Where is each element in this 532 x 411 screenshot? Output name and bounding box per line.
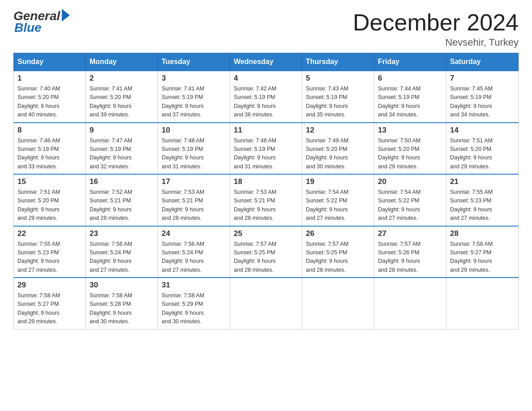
calendar-cell: [446, 278, 519, 329]
day-info: Sunrise: 7:49 AM Sunset: 5:20 PM Dayligh…: [306, 137, 370, 171]
calendar-cell: 12 Sunrise: 7:49 AM Sunset: 5:20 PM Dayl…: [302, 123, 374, 175]
day-number: 8: [17, 126, 82, 135]
day-info: Sunrise: 7:57 AM Sunset: 5:26 PM Dayligh…: [378, 240, 442, 275]
calendar-cell: 18 Sunrise: 7:53 AM Sunset: 5:21 PM Dayl…: [230, 174, 302, 226]
day-info: Sunrise: 7:45 AM Sunset: 5:19 PM Dayligh…: [450, 85, 515, 120]
day-number: 9: [90, 126, 154, 135]
calendar-cell: 24 Sunrise: 7:56 AM Sunset: 5:24 PM Dayl…: [158, 226, 230, 278]
day-info: Sunrise: 7:51 AM Sunset: 5:20 PM Dayligh…: [17, 188, 82, 223]
day-info: Sunrise: 7:48 AM Sunset: 5:19 PM Dayligh…: [234, 137, 298, 171]
calendar-cell: 17 Sunrise: 7:53 AM Sunset: 5:21 PM Dayl…: [158, 174, 230, 226]
day-number: 7: [450, 74, 515, 83]
header-tuesday: Tuesday: [158, 53, 230, 71]
calendar-cell: 25 Sunrise: 7:57 AM Sunset: 5:25 PM Dayl…: [230, 226, 302, 278]
calendar-cell: 20 Sunrise: 7:54 AM Sunset: 5:22 PM Dayl…: [374, 174, 446, 226]
header-wednesday: Wednesday: [230, 53, 302, 71]
calendar-cell: [230, 278, 302, 329]
day-info: Sunrise: 7:47 AM Sunset: 5:19 PM Dayligh…: [90, 137, 154, 171]
day-info: Sunrise: 7:41 AM Sunset: 5:20 PM Dayligh…: [90, 85, 154, 120]
day-number: 24: [162, 229, 226, 238]
week-row-5: 29 Sunrise: 7:58 AM Sunset: 5:27 PM Dayl…: [14, 278, 519, 329]
calendar-cell: 26 Sunrise: 7:57 AM Sunset: 5:25 PM Dayl…: [302, 226, 374, 278]
calendar-cell: [374, 278, 446, 329]
day-info: Sunrise: 7:42 AM Sunset: 5:19 PM Dayligh…: [234, 85, 298, 120]
day-info: Sunrise: 7:58 AM Sunset: 5:27 PM Dayligh…: [17, 291, 82, 326]
day-number: 1: [17, 74, 82, 83]
day-info: Sunrise: 7:56 AM Sunset: 5:24 PM Dayligh…: [90, 240, 154, 275]
day-number: 10: [162, 126, 226, 135]
day-number: 11: [234, 126, 298, 135]
calendar-cell: 10 Sunrise: 7:48 AM Sunset: 5:19 PM Dayl…: [158, 123, 230, 175]
day-number: 6: [378, 74, 442, 83]
day-number: 31: [162, 281, 226, 290]
calendar-cell: 2 Sunrise: 7:41 AM Sunset: 5:20 PM Dayli…: [86, 71, 158, 123]
day-number: 27: [378, 229, 442, 238]
calendar-cell: 21 Sunrise: 7:55 AM Sunset: 5:23 PM Dayl…: [446, 174, 519, 226]
calendar-cell: 28 Sunrise: 7:58 AM Sunset: 5:27 PM Dayl…: [446, 226, 519, 278]
calendar-cell: 23 Sunrise: 7:56 AM Sunset: 5:24 PM Dayl…: [86, 226, 158, 278]
day-number: 5: [306, 74, 370, 83]
day-info: Sunrise: 7:46 AM Sunset: 5:19 PM Dayligh…: [17, 137, 82, 171]
day-info: Sunrise: 7:55 AM Sunset: 5:23 PM Dayligh…: [450, 188, 515, 223]
header-row: SundayMondayTuesdayWednesdayThursdayFrid…: [14, 53, 519, 71]
day-info: Sunrise: 7:58 AM Sunset: 5:29 PM Dayligh…: [162, 291, 226, 326]
day-info: Sunrise: 7:41 AM Sunset: 5:19 PM Dayligh…: [162, 85, 226, 120]
header-friday: Friday: [374, 53, 446, 71]
calendar-cell: 19 Sunrise: 7:54 AM Sunset: 5:22 PM Dayl…: [302, 174, 374, 226]
day-info: Sunrise: 7:53 AM Sunset: 5:21 PM Dayligh…: [162, 188, 226, 223]
day-number: 28: [450, 229, 515, 238]
day-info: Sunrise: 7:54 AM Sunset: 5:22 PM Dayligh…: [378, 188, 442, 223]
header-monday: Monday: [86, 53, 158, 71]
month-title: December 2024: [353, 9, 519, 36]
calendar-cell: 6 Sunrise: 7:44 AM Sunset: 5:19 PM Dayli…: [374, 71, 446, 123]
day-number: 16: [90, 177, 154, 186]
day-number: 29: [17, 281, 82, 290]
logo-arrow-icon: [62, 9, 70, 21]
calendar-cell: 22 Sunrise: 7:55 AM Sunset: 5:23 PM Dayl…: [14, 226, 86, 278]
day-number: 19: [306, 177, 370, 186]
week-row-4: 22 Sunrise: 7:55 AM Sunset: 5:23 PM Dayl…: [14, 226, 519, 278]
day-number: 18: [234, 177, 298, 186]
calendar-cell: 16 Sunrise: 7:52 AM Sunset: 5:21 PM Dayl…: [86, 174, 158, 226]
day-number: 14: [450, 126, 515, 135]
day-info: Sunrise: 7:55 AM Sunset: 5:23 PM Dayligh…: [17, 240, 82, 275]
calendar-cell: 13 Sunrise: 7:50 AM Sunset: 5:20 PM Dayl…: [374, 123, 446, 175]
day-info: Sunrise: 7:40 AM Sunset: 5:20 PM Dayligh…: [17, 85, 82, 120]
week-row-2: 8 Sunrise: 7:46 AM Sunset: 5:19 PM Dayli…: [14, 123, 519, 175]
calendar-cell: 29 Sunrise: 7:58 AM Sunset: 5:27 PM Dayl…: [14, 278, 86, 329]
calendar-cell: 15 Sunrise: 7:51 AM Sunset: 5:20 PM Dayl…: [14, 174, 86, 226]
week-row-3: 15 Sunrise: 7:51 AM Sunset: 5:20 PM Dayl…: [14, 174, 519, 226]
day-info: Sunrise: 7:56 AM Sunset: 5:24 PM Dayligh…: [162, 240, 226, 275]
day-number: 17: [162, 177, 226, 186]
calendar-cell: 27 Sunrise: 7:57 AM Sunset: 5:26 PM Dayl…: [374, 226, 446, 278]
day-number: 4: [234, 74, 298, 83]
day-info: Sunrise: 7:54 AM Sunset: 5:22 PM Dayligh…: [306, 188, 370, 223]
day-info: Sunrise: 7:58 AM Sunset: 5:27 PM Dayligh…: [450, 240, 515, 275]
day-number: 23: [90, 229, 154, 238]
day-number: 20: [378, 177, 442, 186]
day-number: 12: [306, 126, 370, 135]
day-number: 22: [17, 229, 82, 238]
calendar-cell: 7 Sunrise: 7:45 AM Sunset: 5:19 PM Dayli…: [446, 71, 519, 123]
day-info: Sunrise: 7:57 AM Sunset: 5:25 PM Dayligh…: [234, 240, 298, 275]
day-number: 30: [90, 281, 154, 290]
calendar-cell: [302, 278, 374, 329]
day-number: 15: [17, 177, 82, 186]
calendar-cell: 8 Sunrise: 7:46 AM Sunset: 5:19 PM Dayli…: [14, 123, 86, 175]
calendar-cell: 9 Sunrise: 7:47 AM Sunset: 5:19 PM Dayli…: [86, 123, 158, 175]
calendar-cell: 5 Sunrise: 7:43 AM Sunset: 5:19 PM Dayli…: [302, 71, 374, 123]
logo-blue-text: Blue: [13, 21, 42, 35]
calendar-cell: 31 Sunrise: 7:58 AM Sunset: 5:29 PM Dayl…: [158, 278, 230, 329]
location: Nevsehir, Turkey: [353, 37, 519, 48]
calendar-table: SundayMondayTuesdayWednesdayThursdayFrid…: [13, 53, 519, 330]
page-header: General Blue December 2024 Nevsehir, Tur…: [13, 9, 519, 48]
day-number: 2: [90, 74, 154, 83]
header-sunday: Sunday: [14, 53, 86, 71]
calendar-cell: 4 Sunrise: 7:42 AM Sunset: 5:19 PM Dayli…: [230, 71, 302, 123]
day-number: 21: [450, 177, 515, 186]
day-number: 26: [306, 229, 370, 238]
day-number: 13: [378, 126, 442, 135]
day-info: Sunrise: 7:58 AM Sunset: 5:28 PM Dayligh…: [90, 291, 154, 326]
header-thursday: Thursday: [302, 53, 374, 71]
logo: General Blue: [13, 9, 70, 35]
